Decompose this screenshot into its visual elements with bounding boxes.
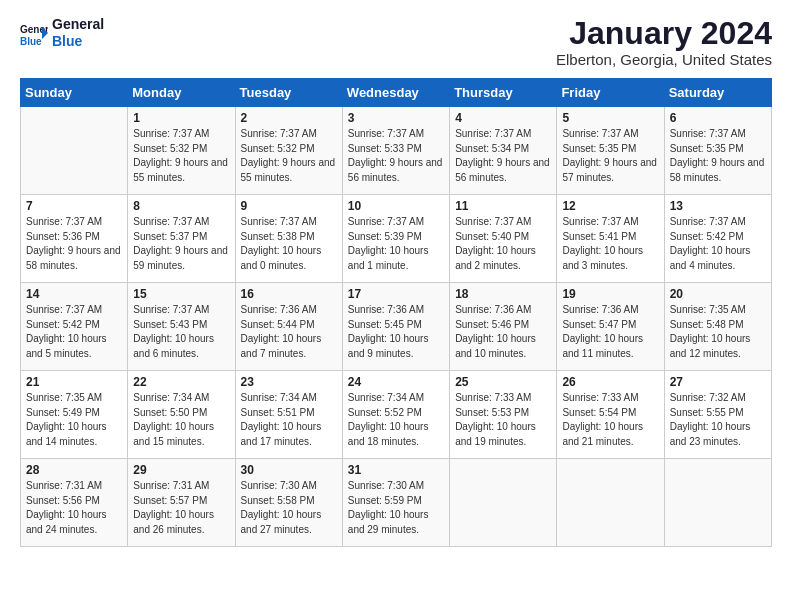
day-info: Sunrise: 7:37 AMSunset: 5:39 PMDaylight:… [348,215,444,273]
logo-icon: General Blue [20,19,48,47]
calendar-cell: 21Sunrise: 7:35 AMSunset: 5:49 PMDayligh… [21,371,128,459]
title-block: January 2024 Elberton, Georgia, United S… [556,16,772,68]
day-info: Sunrise: 7:37 AMSunset: 5:32 PMDaylight:… [241,127,337,185]
day-info: Sunrise: 7:30 AMSunset: 5:59 PMDaylight:… [348,479,444,537]
calendar-cell: 25Sunrise: 7:33 AMSunset: 5:53 PMDayligh… [450,371,557,459]
weekday-header: Friday [557,79,664,107]
calendar-cell: 11Sunrise: 7:37 AMSunset: 5:40 PMDayligh… [450,195,557,283]
calendar-cell: 1Sunrise: 7:37 AMSunset: 5:32 PMDaylight… [128,107,235,195]
calendar-cell: 16Sunrise: 7:36 AMSunset: 5:44 PMDayligh… [235,283,342,371]
calendar-subtitle: Elberton, Georgia, United States [556,51,772,68]
day-info: Sunrise: 7:37 AMSunset: 5:35 PMDaylight:… [670,127,766,185]
calendar-cell: 4Sunrise: 7:37 AMSunset: 5:34 PMDaylight… [450,107,557,195]
day-number: 17 [348,287,444,301]
day-number: 13 [670,199,766,213]
day-info: Sunrise: 7:37 AMSunset: 5:32 PMDaylight:… [133,127,229,185]
day-number: 26 [562,375,658,389]
calendar-cell: 2Sunrise: 7:37 AMSunset: 5:32 PMDaylight… [235,107,342,195]
day-number: 14 [26,287,122,301]
day-number: 1 [133,111,229,125]
calendar-week-row: 14Sunrise: 7:37 AMSunset: 5:42 PMDayligh… [21,283,772,371]
day-number: 15 [133,287,229,301]
calendar-cell: 30Sunrise: 7:30 AMSunset: 5:58 PMDayligh… [235,459,342,547]
weekday-header: Sunday [21,79,128,107]
day-number: 20 [670,287,766,301]
calendar-cell: 7Sunrise: 7:37 AMSunset: 5:36 PMDaylight… [21,195,128,283]
calendar-cell: 8Sunrise: 7:37 AMSunset: 5:37 PMDaylight… [128,195,235,283]
day-number: 8 [133,199,229,213]
day-info: Sunrise: 7:31 AMSunset: 5:56 PMDaylight:… [26,479,122,537]
calendar-week-row: 1Sunrise: 7:37 AMSunset: 5:32 PMDaylight… [21,107,772,195]
day-info: Sunrise: 7:37 AMSunset: 5:38 PMDaylight:… [241,215,337,273]
calendar-cell [664,459,771,547]
calendar-cell: 31Sunrise: 7:30 AMSunset: 5:59 PMDayligh… [342,459,449,547]
logo-line2: Blue [52,33,104,50]
calendar-cell: 10Sunrise: 7:37 AMSunset: 5:39 PMDayligh… [342,195,449,283]
day-number: 5 [562,111,658,125]
day-number: 28 [26,463,122,477]
day-info: Sunrise: 7:37 AMSunset: 5:41 PMDaylight:… [562,215,658,273]
logo: General Blue General Blue [20,16,104,50]
page-header: General Blue General Blue January 2024 E… [20,16,772,68]
day-info: Sunrise: 7:36 AMSunset: 5:45 PMDaylight:… [348,303,444,361]
day-number: 10 [348,199,444,213]
day-info: Sunrise: 7:30 AMSunset: 5:58 PMDaylight:… [241,479,337,537]
day-number: 12 [562,199,658,213]
calendar-cell: 12Sunrise: 7:37 AMSunset: 5:41 PMDayligh… [557,195,664,283]
day-number: 22 [133,375,229,389]
day-number: 16 [241,287,337,301]
day-number: 11 [455,199,551,213]
calendar-week-row: 21Sunrise: 7:35 AMSunset: 5:49 PMDayligh… [21,371,772,459]
day-number: 31 [348,463,444,477]
logo-line1: General [52,16,104,33]
calendar-cell: 29Sunrise: 7:31 AMSunset: 5:57 PMDayligh… [128,459,235,547]
calendar-week-row: 7Sunrise: 7:37 AMSunset: 5:36 PMDaylight… [21,195,772,283]
calendar-cell: 13Sunrise: 7:37 AMSunset: 5:42 PMDayligh… [664,195,771,283]
calendar-cell: 22Sunrise: 7:34 AMSunset: 5:50 PMDayligh… [128,371,235,459]
calendar-cell: 26Sunrise: 7:33 AMSunset: 5:54 PMDayligh… [557,371,664,459]
day-number: 21 [26,375,122,389]
day-info: Sunrise: 7:35 AMSunset: 5:49 PMDaylight:… [26,391,122,449]
weekday-header: Thursday [450,79,557,107]
weekday-header-row: SundayMondayTuesdayWednesdayThursdayFrid… [21,79,772,107]
day-info: Sunrise: 7:37 AMSunset: 5:36 PMDaylight:… [26,215,122,273]
day-number: 7 [26,199,122,213]
day-info: Sunrise: 7:37 AMSunset: 5:35 PMDaylight:… [562,127,658,185]
day-number: 19 [562,287,658,301]
day-info: Sunrise: 7:32 AMSunset: 5:55 PMDaylight:… [670,391,766,449]
calendar-week-row: 28Sunrise: 7:31 AMSunset: 5:56 PMDayligh… [21,459,772,547]
day-number: 25 [455,375,551,389]
day-number: 30 [241,463,337,477]
calendar-table: SundayMondayTuesdayWednesdayThursdayFrid… [20,78,772,547]
calendar-cell: 6Sunrise: 7:37 AMSunset: 5:35 PMDaylight… [664,107,771,195]
calendar-cell [557,459,664,547]
day-info: Sunrise: 7:37 AMSunset: 5:34 PMDaylight:… [455,127,551,185]
day-info: Sunrise: 7:35 AMSunset: 5:48 PMDaylight:… [670,303,766,361]
calendar-cell: 17Sunrise: 7:36 AMSunset: 5:45 PMDayligh… [342,283,449,371]
day-info: Sunrise: 7:37 AMSunset: 5:43 PMDaylight:… [133,303,229,361]
day-number: 27 [670,375,766,389]
day-info: Sunrise: 7:37 AMSunset: 5:42 PMDaylight:… [26,303,122,361]
calendar-cell: 23Sunrise: 7:34 AMSunset: 5:51 PMDayligh… [235,371,342,459]
day-number: 4 [455,111,551,125]
day-number: 2 [241,111,337,125]
calendar-cell: 24Sunrise: 7:34 AMSunset: 5:52 PMDayligh… [342,371,449,459]
calendar-cell [450,459,557,547]
day-number: 6 [670,111,766,125]
day-info: Sunrise: 7:37 AMSunset: 5:33 PMDaylight:… [348,127,444,185]
day-info: Sunrise: 7:34 AMSunset: 5:51 PMDaylight:… [241,391,337,449]
day-info: Sunrise: 7:37 AMSunset: 5:40 PMDaylight:… [455,215,551,273]
weekday-header: Tuesday [235,79,342,107]
day-info: Sunrise: 7:34 AMSunset: 5:50 PMDaylight:… [133,391,229,449]
calendar-title: January 2024 [556,16,772,51]
calendar-cell: 18Sunrise: 7:36 AMSunset: 5:46 PMDayligh… [450,283,557,371]
day-info: Sunrise: 7:37 AMSunset: 5:37 PMDaylight:… [133,215,229,273]
calendar-cell: 27Sunrise: 7:32 AMSunset: 5:55 PMDayligh… [664,371,771,459]
day-info: Sunrise: 7:36 AMSunset: 5:44 PMDaylight:… [241,303,337,361]
calendar-cell: 3Sunrise: 7:37 AMSunset: 5:33 PMDaylight… [342,107,449,195]
day-number: 23 [241,375,337,389]
calendar-cell: 5Sunrise: 7:37 AMSunset: 5:35 PMDaylight… [557,107,664,195]
calendar-cell: 14Sunrise: 7:37 AMSunset: 5:42 PMDayligh… [21,283,128,371]
day-number: 29 [133,463,229,477]
calendar-cell: 15Sunrise: 7:37 AMSunset: 5:43 PMDayligh… [128,283,235,371]
